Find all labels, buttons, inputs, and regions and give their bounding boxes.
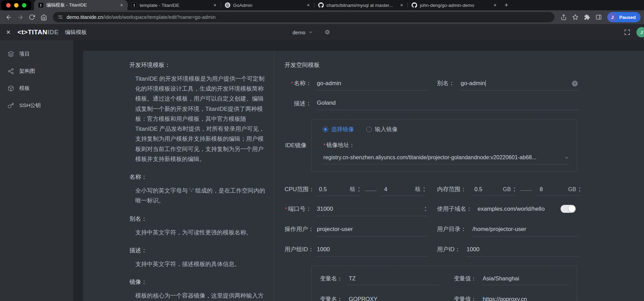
sidebar-item-label: 模板 <box>19 85 30 92</box>
bookmark-star-icon[interactable] <box>570 12 580 22</box>
chevron-down-icon <box>308 30 313 35</box>
radio-select-image[interactable]: 选择镜像 <box>323 126 354 133</box>
close-editor-icon[interactable]: × <box>6 28 11 36</box>
minimize-window-button[interactable] <box>14 3 19 8</box>
workspace-switcher[interactable]: demo ⚙ <box>292 28 330 36</box>
radio-input-image[interactable]: 输入镜像 <box>366 126 398 133</box>
tab-close-icon[interactable]: × <box>212 2 218 8</box>
header-right-group: J <box>624 27 644 37</box>
env-value-input[interactable]: https://goproxy.cn <box>481 296 570 301</box>
help-paragraph: 支持中英文字符，为可读性更强的模板名称。 <box>129 228 267 238</box>
sidebar-item-ssh-keys[interactable]: SSH公钥 <box>0 97 73 114</box>
user-dir-input[interactable]: /home/projector-user <box>472 226 578 236</box>
env-name-input[interactable]: TZ <box>347 275 439 285</box>
memory-range-label: 内存范围： <box>437 185 466 193</box>
cpu-max-input[interactable]: 4 核 ▲▼ <box>381 186 425 196</box>
cpu-max-value: 4 <box>381 186 415 193</box>
env-value-label: 变量值： <box>454 275 476 282</box>
env-name-input[interactable]: GOPROXY <box>347 296 439 301</box>
operator-user-input[interactable]: projector-user <box>316 226 427 236</box>
back-button[interactable] <box>3 12 14 22</box>
env-name-value: GOPROXY <box>349 296 377 301</box>
radio-icon <box>366 127 372 132</box>
reload-button[interactable] <box>27 12 37 22</box>
help-paragraph: TitanIDE 的开发环境模板是为用户提供一个可定制化的环境模板设计工具，生成… <box>129 74 267 164</box>
port-input[interactable]: 31000 ▲▼ <box>316 206 427 216</box>
subdomain-value: examples.com/world/hello <box>478 206 545 212</box>
range-dash <box>365 190 377 191</box>
site-settings-icon[interactable] <box>58 14 63 20</box>
subdomain-label: 使用子域名： <box>437 205 472 213</box>
stepper-icon[interactable]: ▲▼ <box>358 187 360 192</box>
group-id-label: 用户组ID： <box>285 245 311 253</box>
image-address-select[interactable]: registry.cn-shenzhen.aliyuncs.com/titani… <box>323 154 569 164</box>
browser-tab-github-mysql[interactable]: charts/bitnami/mysql at master... × <box>314 0 407 10</box>
sidebar-item-templates[interactable]: 模板 <box>0 80 73 97</box>
env-value-input[interactable]: Asia/Shanghai <box>481 275 570 285</box>
sidebar-item-architecture[interactable]: 架构图 <box>0 62 73 80</box>
name-input[interactable]: go-admin <box>316 80 427 91</box>
tabs-container: t 编辑模板 - TitanIDE × t template - TitanID… <box>34 0 512 10</box>
description-label: 描述： <box>285 100 311 107</box>
cpu-unit: 核 <box>350 186 355 193</box>
required-asterisk: * <box>285 206 287 212</box>
side-panel-icon[interactable] <box>594 12 604 22</box>
stepper-icon[interactable]: ▲▼ <box>424 206 427 212</box>
sidebar-item-projects[interactable]: 项目 <box>0 45 73 62</box>
toggle-knob <box>568 206 575 212</box>
clear-input-icon[interactable]: × <box>572 81 578 86</box>
browser-tab-github-goadmin-demo[interactable]: john-deng/go-admin-demo × <box>407 0 501 10</box>
form-title: 开发空间模板 <box>285 61 578 69</box>
help-column: 开发环境模板： TitanIDE 的开发环境模板是为用户提供一个可定制化的环境模… <box>129 51 267 301</box>
extensions-puzzle-icon[interactable] <box>582 12 592 22</box>
description-input[interactable]: Goland <box>316 100 578 110</box>
help-paragraph: 支持中英文字符，描述模板的具体信息。 <box>129 259 267 269</box>
tab-close-icon[interactable]: × <box>305 2 311 8</box>
cpu-min-input[interactable]: 0.5 核 ▲▼ <box>316 186 360 196</box>
tab-title: template - TitanIDE <box>140 3 209 8</box>
tab-close-icon[interactable]: × <box>492 2 498 8</box>
forward-button[interactable] <box>15 12 25 22</box>
settings-gear-icon[interactable]: ⚙ <box>325 28 330 36</box>
tab-close-icon[interactable]: × <box>399 2 405 8</box>
alias-input[interactable]: go-admin × <box>460 80 578 91</box>
operator-user-label: 操作用户： <box>285 225 311 233</box>
group-id-input[interactable]: 1000 <box>316 246 427 257</box>
memory-min-input[interactable]: 0.5 GB ▲▼ <box>472 186 516 196</box>
user-avatar[interactable]: J <box>636 27 644 37</box>
user-id-input[interactable]: 1000 <box>466 246 578 257</box>
github-favicon <box>318 2 324 8</box>
goadmin-favicon: G <box>225 2 230 8</box>
user-id-value: 1000 <box>467 246 480 253</box>
memory-unit: GB <box>503 186 511 193</box>
new-tab-button[interactable]: + <box>501 0 512 10</box>
titanide-favicon: t <box>131 2 137 8</box>
home-button[interactable] <box>38 12 49 22</box>
sidebar: 项目 架构图 模板 SSH公钥 <box>0 40 73 301</box>
profile-paused-button[interactable]: J Paused <box>607 12 641 22</box>
url-bar[interactable]: demo.titanide.cn/ide/web/workspace/templ… <box>53 12 554 22</box>
browser-tab-goadmin[interactable]: G GoAdmin × <box>221 0 314 10</box>
stepper-icon[interactable]: ▲▼ <box>423 187 425 192</box>
stepper-icon[interactable]: ▲▼ <box>578 187 581 192</box>
env-vars-box: 变量名： TZ 变量值： Asia/Shanghai 变量名： GOPROXY … <box>311 266 577 301</box>
help-heading: 别名： <box>129 215 267 223</box>
share-icon[interactable] <box>559 12 569 22</box>
zoom-window-button[interactable] <box>22 3 26 8</box>
fullscreen-icon[interactable] <box>624 29 630 35</box>
memory-unit: GB <box>568 186 576 193</box>
browser-tab-edit-template[interactable]: t 编辑模板 - TitanIDE × <box>34 0 127 10</box>
profile-avatar: J <box>608 13 617 22</box>
close-window-button[interactable] <box>6 3 11 8</box>
image-address-value: registry.cn-shenzhen.aliyuncs.com/titani… <box>323 154 564 161</box>
chevron-down-icon <box>564 155 569 160</box>
memory-max-input[interactable]: 8 GB ▲▼ <box>537 186 581 196</box>
alias-value: go-admin <box>461 80 485 87</box>
tab-close-icon[interactable]: × <box>118 2 125 8</box>
browser-tab-template[interactable]: t template - TitanIDE × <box>127 0 221 10</box>
logo-bracket: <t> <box>18 28 28 36</box>
env-value-value: Asia/Shanghai <box>483 275 519 281</box>
stepper-icon[interactable]: ▲▼ <box>513 187 516 192</box>
subdomain-toggle[interactable] <box>561 205 576 213</box>
architecture-graph-icon <box>8 68 14 74</box>
